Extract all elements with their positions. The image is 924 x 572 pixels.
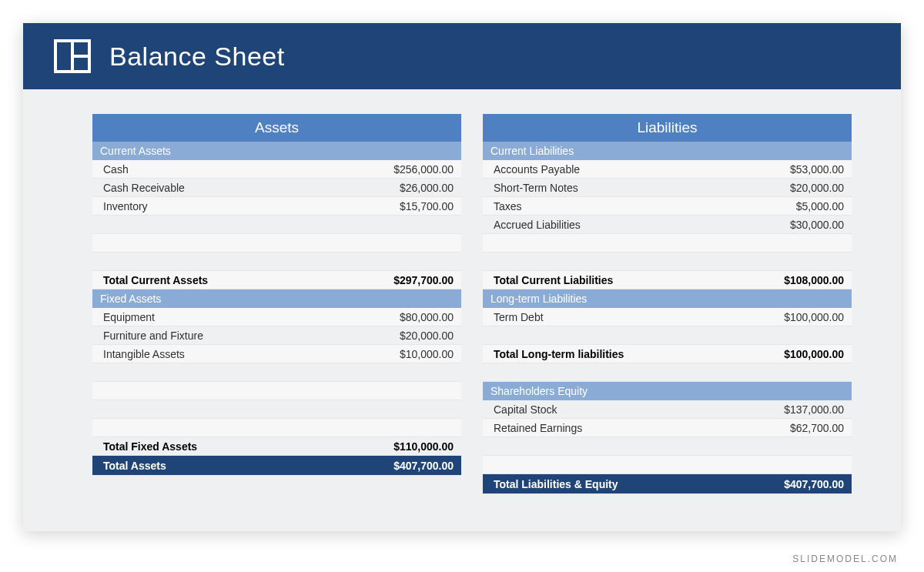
empty-row (92, 216, 461, 234)
row-label: Capital Stock (494, 403, 557, 416)
table-row: Term Debt $100,000.00 (483, 308, 852, 326)
row-label: Total Current Assets (103, 274, 208, 286)
row-value: $53,000.00 (790, 163, 844, 176)
current-assets-header: Current Assets (92, 142, 461, 160)
table-row: Cash $256,000.00 (92, 160, 461, 179)
content-area: Assets Current Assets Cash $256,000.00 C… (23, 89, 901, 494)
total-current-liabilities-row: Total Current Liabilities $108,000.00 (483, 271, 852, 289)
table-row: Taxes $5,000.00 (483, 197, 852, 216)
row-value: $137,000.00 (784, 403, 844, 416)
row-value: $407,700.00 (784, 478, 844, 490)
row-value: $10,000.00 (400, 348, 454, 360)
row-value: $297,700.00 (393, 274, 454, 286)
total-current-assets-row: Total Current Assets $297,700.00 (92, 271, 461, 289)
fixed-assets-header: Fixed Assets (92, 289, 461, 308)
row-label: Inventory (103, 200, 148, 212)
table-row: Intangible Assets $10,000.00 (92, 345, 461, 363)
row-label: Total Long-term liabilities (494, 348, 624, 360)
row-label: Short-Term Notes (494, 182, 578, 194)
row-value: $108,000.00 (784, 274, 844, 286)
total-assets-row: Total Assets $407,700.00 (92, 456, 461, 476)
empty-row (92, 400, 461, 419)
row-value: $100,000.00 (784, 311, 844, 323)
table-row: Accounts Payable $53,000.00 (483, 160, 852, 179)
shareholders-equity-header: Shareholders Equity (483, 382, 852, 400)
row-value: $20,000.00 (790, 182, 844, 194)
row-value: $26,000.00 (400, 182, 454, 194)
empty-row (483, 234, 852, 253)
row-value: $80,000.00 (400, 311, 454, 323)
row-label: Total Liabilities & Equity (494, 478, 618, 490)
row-value: $5,000.00 (796, 200, 844, 212)
liabilities-column: Liabilities Current Liabilities Accounts… (483, 114, 852, 494)
row-value: $256,000.00 (393, 163, 454, 176)
empty-row (483, 437, 852, 456)
table-row: Cash Receivable $26,000.00 (92, 179, 461, 197)
watermark: SLIDEMODEL.COM (792, 554, 898, 564)
row-label: Total Fixed Assets (103, 440, 197, 453)
row-value: $15,700.00 (400, 200, 454, 212)
table-row: Retained Earnings $62,700.00 (483, 419, 852, 437)
row-label: Term Debt (494, 311, 544, 323)
row-label: Taxes (494, 200, 522, 212)
empty-row (92, 234, 461, 253)
row-value: $110,000.00 (393, 440, 454, 453)
total-long-term-liabilities-row: Total Long-term liabilities $100,000.00 (483, 345, 852, 363)
row-label: Equipment (103, 311, 155, 323)
table-row: Equipment $80,000.00 (92, 308, 461, 326)
header-bar: Balance Sheet (23, 23, 901, 89)
row-value: $30,000.00 (790, 219, 844, 231)
empty-row (483, 253, 852, 271)
row-label: Cash (103, 163, 129, 176)
row-label: Retained Earnings (494, 422, 582, 434)
empty-row (483, 363, 852, 382)
row-value: $62,700.00 (790, 422, 844, 434)
current-liabilities-header: Current Liabilities (483, 142, 852, 160)
total-fixed-assets-row: Total Fixed Assets $110,000.00 (92, 437, 461, 456)
row-label: Accounts Payable (494, 163, 580, 176)
empty-row (92, 382, 461, 400)
total-liabilities-equity-row: Total Liabilities & Equity $407,700.00 (483, 474, 852, 494)
long-term-liabilities-header: Long-term Liabilities (483, 289, 852, 308)
liabilities-header: Liabilities (483, 114, 852, 142)
row-value: $20,000.00 (400, 329, 454, 342)
empty-row (483, 326, 852, 345)
assets-column: Assets Current Assets Cash $256,000.00 C… (92, 114, 461, 494)
empty-row (92, 419, 461, 437)
row-label: Total Assets (103, 460, 166, 472)
table-row: Inventory $15,700.00 (92, 197, 461, 216)
row-label: Furniture and Fixture (103, 329, 203, 342)
row-label: Total Current Liabilities (494, 274, 613, 286)
row-value: $407,700.00 (393, 460, 454, 472)
slide-container: Balance Sheet Assets Current Assets Cash… (23, 23, 901, 531)
window-icon (54, 38, 91, 75)
assets-header: Assets (92, 114, 461, 142)
row-label: Cash Receivable (103, 182, 185, 194)
table-row: Short-Term Notes $20,000.00 (483, 179, 852, 197)
table-row: Accrued Liabilities $30,000.00 (483, 216, 852, 234)
table-row: Capital Stock $137,000.00 (483, 400, 852, 419)
row-value: $100,000.00 (784, 348, 844, 360)
page-title: Balance Sheet (109, 42, 285, 72)
empty-row (92, 363, 461, 382)
row-label: Intangible Assets (103, 348, 185, 360)
empty-row (92, 253, 461, 271)
table-row: Furniture and Fixture $20,000.00 (92, 326, 461, 345)
empty-row (483, 456, 852, 474)
row-label: Accrued Liabilities (494, 219, 581, 231)
